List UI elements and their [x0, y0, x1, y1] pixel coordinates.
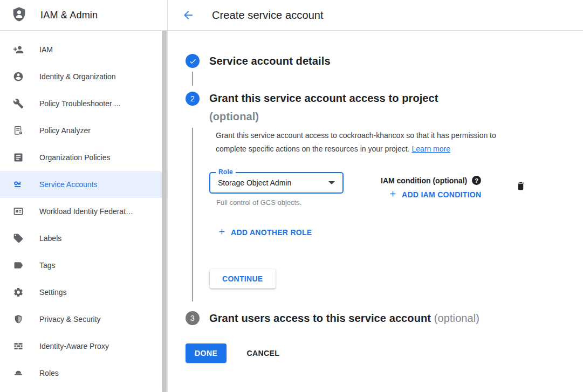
- plus-icon: [217, 227, 227, 238]
- done-button[interactable]: DONE: [186, 343, 227, 363]
- step3-number-badge: 3: [186, 311, 200, 325]
- sidebar-item-label: Identity-Aware Proxy: [39, 342, 109, 350]
- step3-header: 3 Grant users access to this service acc…: [186, 311, 529, 325]
- sidebar-item-identity-aware-proxy[interactable]: Identity-Aware Proxy: [0, 333, 167, 360]
- sidebar-item-label: Labels: [39, 234, 61, 243]
- sidebar-item-iam[interactable]: IAM: [0, 36, 167, 63]
- sidebar-item-label: Identity & Organization: [39, 72, 116, 81]
- sidebar-item-label: Privacy & Security: [39, 315, 101, 324]
- iam-condition-label: IAM condition (optional): [381, 176, 467, 185]
- role-select[interactable]: Role Storage Object Admin: [209, 172, 344, 194]
- sidebar-nav: IAM Identity & Organization Policy Troub…: [0, 31, 167, 387]
- sidebar-item-label: Policy Analyzer: [39, 126, 91, 135]
- policy-analyzer-icon: [13, 125, 24, 136]
- role-select-label: Role: [216, 168, 236, 176]
- shield-icon: [13, 314, 24, 325]
- sidebar-item-label: Policy Troubleshooter ...: [39, 99, 120, 108]
- sidebar-item-policy-troubleshooter[interactable]: Policy Troubleshooter ...: [0, 90, 167, 117]
- sidebar-item-label: IAM: [39, 45, 53, 54]
- add-iam-condition-label: ADD IAM CONDITION: [402, 190, 481, 199]
- step2-header: 2 Grant this service account access to p…: [186, 89, 529, 126]
- sidebar-item-identity-organization[interactable]: Identity & Organization: [0, 63, 167, 90]
- account-circle-icon: [13, 71, 24, 82]
- sidebar-item-label: Roles: [39, 369, 59, 377]
- step2-optional-label: (optional): [209, 111, 259, 122]
- gear-icon: [13, 287, 24, 298]
- wizard-content: Service account details 2 Grant this ser…: [168, 31, 583, 363]
- add-another-role-label: ADD ANOTHER ROLE: [231, 228, 312, 237]
- sidebar-item-label: Service Accounts: [39, 180, 97, 189]
- chevron-down-icon: [328, 181, 335, 184]
- step2-title-text: Grant this service account access to pro…: [209, 92, 438, 104]
- proxy-icon: [13, 341, 24, 352]
- plus-icon: [388, 189, 397, 200]
- document-icon: [13, 152, 24, 163]
- step2-description-text: Grant this service account access to coc…: [216, 131, 496, 153]
- person-add-icon: [13, 44, 24, 55]
- tag-icon: [13, 260, 24, 271]
- delete-role-button[interactable]: [516, 181, 526, 193]
- step2-body: Grant this service account access to coc…: [186, 128, 529, 301]
- add-iam-condition-button[interactable]: ADD IAM CONDITION: [388, 189, 481, 200]
- sidebar-item-label: Settings: [39, 288, 67, 297]
- label-icon: [13, 233, 24, 244]
- step3-title[interactable]: Grant users access to this service accou…: [209, 312, 479, 325]
- sidebar-item-tags[interactable]: Tags: [0, 252, 167, 279]
- continue-button[interactable]: CONTINUE: [210, 269, 276, 288]
- step1-complete-check-icon: [186, 54, 200, 68]
- main-area: Create service account Service account d…: [168, 0, 583, 392]
- sidebar: IAM & Admin IAM Identity & Organization …: [0, 0, 168, 392]
- sidebar-item-settings[interactable]: Settings: [0, 279, 167, 306]
- role-field-block: Role Storage Object Admin Full control o…: [209, 172, 344, 207]
- sidebar-header: IAM & Admin: [0, 0, 167, 31]
- sidebar-item-roles[interactable]: Roles: [0, 360, 167, 387]
- wrench-icon: [13, 98, 24, 109]
- role-row: Role Storage Object Admin Full control o…: [209, 172, 529, 207]
- sidebar-item-service-accounts[interactable]: Service Accounts: [0, 171, 167, 198]
- back-arrow-icon: [182, 9, 195, 22]
- role-helper-text: Full control of GCS objects.: [209, 198, 344, 207]
- step-connector-line: [186, 128, 200, 301]
- role-select-value: Storage Object Admin: [218, 178, 291, 187]
- step3-optional-label: (optional): [434, 312, 479, 324]
- step2-number-badge: 2: [186, 92, 200, 106]
- page-title: Create service account: [212, 9, 324, 22]
- help-icon[interactable]: ?: [472, 176, 481, 185]
- step-connector: [192, 72, 193, 86]
- iam-admin-shield-icon: [11, 6, 27, 24]
- trash-icon: [516, 185, 526, 193]
- sidebar-product-title: IAM & Admin: [40, 10, 98, 21]
- roles-hat-icon: [13, 368, 24, 379]
- sidebar-item-policy-analyzer[interactable]: Policy Analyzer: [0, 117, 167, 144]
- step2-title[interactable]: Grant this service account access to pro…: [209, 89, 438, 126]
- badge-card-icon: [13, 206, 24, 217]
- sidebar-item-workload-identity-federation[interactable]: Workload Identity Federat…: [0, 198, 167, 225]
- app-window: IAM & Admin IAM Identity & Organization …: [0, 0, 583, 392]
- page-header: Create service account: [168, 0, 583, 31]
- step2-description: Grant this service account access to coc…: [209, 129, 523, 156]
- service-account-key-icon: [13, 179, 24, 190]
- sidebar-item-label: Workload Identity Federat…: [39, 207, 133, 216]
- wizard-footer: DONE CANCEL: [186, 343, 529, 363]
- back-button[interactable]: [182, 9, 195, 22]
- sidebar-item-label: Organization Policies: [39, 153, 111, 162]
- step1-header: Service account details: [186, 54, 529, 68]
- sidebar-scrollbar[interactable]: [162, 31, 167, 392]
- sidebar-item-labels[interactable]: Labels: [0, 225, 167, 252]
- learn-more-link[interactable]: Learn more: [411, 145, 450, 153]
- step3-title-text: Grant users access to this service accou…: [209, 312, 431, 324]
- iam-condition-block: IAM condition (optional) ? ADD IAM CONDI…: [381, 172, 481, 200]
- sidebar-item-organization-policies[interactable]: Organization Policies: [0, 144, 167, 171]
- cancel-button[interactable]: CANCEL: [243, 348, 283, 358]
- add-another-role-button[interactable]: ADD ANOTHER ROLE: [217, 227, 312, 238]
- step1-title[interactable]: Service account details: [209, 55, 331, 67]
- sidebar-item-privacy-security[interactable]: Privacy & Security: [0, 306, 167, 333]
- sidebar-item-label: Tags: [39, 261, 56, 270]
